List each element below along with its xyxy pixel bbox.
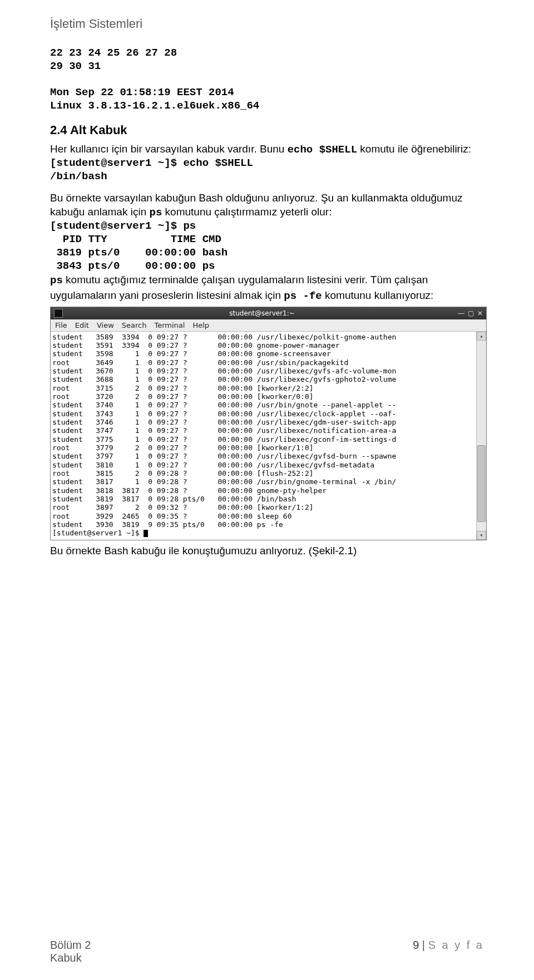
page-header: İşletim Sistemleri [50, 17, 484, 31]
page-label: S a y f a [428, 939, 484, 951]
scroll-down-icon[interactable]: ▾ [477, 531, 486, 540]
page-label-sep: | [422, 939, 428, 951]
menu-help[interactable]: Help [192, 321, 209, 329]
menu-file[interactable]: File [55, 321, 67, 329]
text: komutunu çalıştırmamız yeterli olur: [162, 206, 332, 218]
code-block-echo-shell: [student@server1 ~]$ echo $SHELL /bin/ba… [50, 157, 484, 184]
paragraph-2: Bu örnekte varsayılan kabuğun Bash olduğ… [50, 191, 484, 220]
menu-edit[interactable]: Edit [75, 321, 89, 329]
scroll-thumb[interactable] [477, 445, 486, 522]
terminal-window: student@server1:~ — ▢ ✕ File Edit View S… [50, 307, 487, 540]
paragraph-4: Bu örnekte Bash kabuğu ile konuştuğumuzu… [50, 544, 484, 558]
maximize-icon[interactable]: ▢ [468, 309, 474, 317]
terminal-cursor [144, 530, 148, 537]
code-block-ps: [student@server1 ~]$ ps PID TTY TIME CMD… [50, 220, 484, 273]
minimize-icon[interactable]: — [458, 309, 464, 317]
terminal-titlebar[interactable]: student@server1:~ — ▢ ✕ [51, 307, 486, 319]
footer-section: Bölüm 2 [50, 939, 91, 952]
footer-right: 9 | S a y f a [413, 939, 484, 964]
text: Her kullanıcı için bir varsayılan kabuk … [50, 143, 288, 155]
inline-code: echo $SHELL [288, 144, 357, 156]
page-number: 9 [413, 939, 419, 951]
terminal-body[interactable]: student 3589 3394 0 09:27 ? 00:00:00 /us… [51, 332, 476, 540]
inline-code: ps [50, 274, 63, 287]
terminal-title: student@server1:~ [66, 309, 458, 317]
inline-code: ps [150, 206, 162, 219]
text: komutunu kullanıyoruz: [322, 289, 434, 301]
terminal-icon [54, 309, 63, 318]
menu-search[interactable]: Search [122, 321, 147, 329]
menu-view[interactable]: View [97, 321, 114, 329]
section-heading: 2.4 Alt Kabuk [50, 123, 484, 137]
paragraph-1: Her kullanıcı için bir varsayılan kabuk … [50, 142, 484, 157]
footer-left: Bölüm 2 Kabuk [50, 939, 91, 964]
paragraph-3: ps komutu açtığımız terminalde çalışan u… [50, 273, 484, 303]
text: komutu ile öğrenebiliriz: [357, 143, 471, 155]
page-footer: Bölüm 2 Kabuk 9 | S a y f a [50, 939, 484, 964]
terminal-menubar: File Edit View Search Terminal Help [51, 319, 486, 332]
close-icon[interactable]: ✕ [477, 309, 483, 317]
inline-code: ps -fe [284, 290, 322, 302]
footer-subsection: Kabuk [50, 952, 91, 964]
menu-terminal[interactable]: Terminal [154, 321, 185, 329]
scroll-track[interactable] [477, 341, 486, 530]
code-block-calendar: 22 23 24 25 26 27 28 29 30 31 Mon Sep 22… [50, 47, 484, 113]
terminal-scrollbar[interactable]: ▴ ▾ [476, 332, 486, 540]
scroll-up-icon[interactable]: ▴ [477, 332, 486, 341]
